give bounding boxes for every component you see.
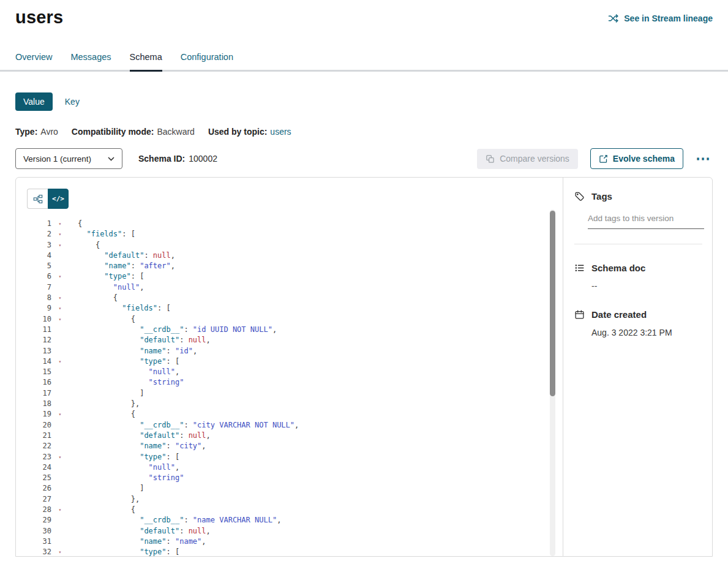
fold-spacer — [56, 494, 64, 505]
fold-collapse-icon[interactable]: ▾ — [56, 293, 64, 303]
code-view-button[interactable]: </> — [48, 189, 69, 209]
code-line: 14▾ "type": [ — [27, 356, 544, 367]
schema-info-sidebar: Tags Schema doc -- — [563, 178, 712, 556]
fold-collapse-icon[interactable]: ▾ — [56, 409, 64, 420]
fold-collapse-icon[interactable]: ▾ — [56, 356, 64, 367]
meta-type: Type: Avro — [15, 127, 58, 137]
meta-compatibility-label: Compatibility mode: — [72, 127, 154, 137]
code-text: "__crdb__": "name VARCHAR NULL", — [64, 515, 281, 525]
code-line: 20 "__crdb__": "city VARCHAR NOT NULL", — [27, 420, 544, 431]
meta-type-label: Type: — [15, 127, 37, 137]
fold-collapse-icon[interactable]: ▾ — [56, 547, 64, 557]
code-text: "default": null, — [64, 431, 211, 441]
sidebar-divider — [574, 244, 702, 244]
fold-collapse-icon[interactable]: ▾ — [56, 229, 64, 239]
topic-link[interactable]: users — [270, 127, 291, 137]
tags-title: Tags — [591, 191, 612, 201]
line-number: 16 — [27, 377, 51, 388]
code-text: "null", — [64, 367, 179, 377]
line-number: 23 — [27, 452, 51, 462]
code-text: }, — [64, 399, 140, 409]
code-line: 10▾ { — [27, 314, 544, 325]
fold-spacer — [56, 346, 64, 356]
code-line: 7 "null", — [27, 282, 544, 293]
code-line: 24 "null", — [27, 462, 544, 473]
line-number: 15 — [27, 367, 51, 377]
fold-spacer — [56, 335, 64, 345]
date-created-section: Date created Aug. 3 2022 3:21 PM — [574, 309, 702, 337]
page-title: users — [15, 7, 63, 28]
code-text: ] — [64, 483, 144, 494]
fold-spacer — [56, 431, 64, 441]
value-tab-button[interactable]: Value — [15, 92, 53, 111]
compare-versions-icon — [486, 154, 495, 164]
code-text: "string" — [64, 377, 184, 388]
code-line: 25 "string" — [27, 473, 544, 483]
tab-configuration[interactable]: Configuration — [181, 52, 233, 70]
fold-spacer — [56, 537, 64, 547]
fold-collapse-icon[interactable]: ▾ — [56, 219, 64, 229]
fold-spacer — [56, 441, 64, 451]
line-number: 4 — [27, 250, 51, 261]
line-number: 21 — [27, 431, 51, 441]
code-text: "name": "id", — [64, 346, 197, 356]
code-text: { — [64, 293, 118, 303]
fold-collapse-icon[interactable]: ▾ — [56, 271, 64, 282]
code-text: "type": [ — [64, 356, 179, 367]
more-options-button[interactable]: ⋯ — [693, 154, 713, 163]
line-number: 29 — [27, 515, 51, 525]
line-number: 25 — [27, 473, 51, 483]
meta-type-value: Avro — [40, 127, 58, 137]
code-text: { — [64, 409, 135, 420]
tree-view-button[interactable] — [27, 189, 48, 209]
compare-versions-label: Compare versions — [500, 154, 569, 164]
code-line: 6▾ "type": [ — [27, 271, 544, 282]
version-select[interactable]: Version 1 (current) — [15, 148, 122, 169]
code-line: 18 }, — [27, 399, 544, 409]
line-number: 32 — [27, 547, 51, 557]
calendar-icon — [574, 309, 585, 320]
line-number: 7 — [27, 282, 51, 293]
vertical-scrollbar-thumb[interactable] — [550, 211, 555, 396]
fold-spacer — [56, 399, 64, 409]
evolve-schema-button[interactable]: Evolve schema — [590, 148, 683, 169]
tab-overview[interactable]: Overview — [15, 52, 52, 70]
key-tab-button[interactable]: Key — [60, 92, 84, 111]
schema-part-toggle: Value Key — [15, 92, 713, 111]
add-tags-input[interactable] — [588, 210, 704, 229]
stream-lineage-link[interactable]: See in Stream lineage — [608, 13, 713, 24]
code-text: { — [64, 314, 135, 325]
fold-collapse-icon[interactable]: ▾ — [56, 452, 64, 462]
line-number: 31 — [27, 537, 51, 547]
compare-versions-button[interactable]: Compare versions — [477, 149, 578, 169]
tree-view-icon — [33, 194, 43, 204]
code-line: 19▾ { — [27, 409, 544, 420]
line-number: 26 — [27, 483, 51, 494]
tab-messages[interactable]: Messages — [70, 52, 111, 70]
code-line: 11 "__crdb__": "id UUID NOT NULL", — [27, 325, 544, 335]
code-text: "default": null, — [64, 335, 211, 345]
code-line: 31 "name": "name", — [27, 537, 544, 547]
code-view-toggle: </> — [27, 189, 544, 209]
fold-spacer — [56, 388, 64, 399]
schema-doc-section-title: Schema doc — [574, 263, 702, 273]
code-line: 30 "default": null, — [27, 526, 544, 537]
tab-schema[interactable]: Schema — [130, 52, 162, 70]
line-number: 20 — [27, 420, 51, 431]
fold-spacer — [56, 462, 64, 473]
schema-meta-row: Type: Avro Compatibility mode: Backward … — [15, 127, 713, 137]
date-created-title: Date created — [591, 309, 647, 320]
fold-collapse-icon[interactable]: ▾ — [56, 303, 64, 314]
code-text: { — [64, 505, 135, 515]
fold-collapse-icon[interactable]: ▾ — [56, 240, 64, 250]
code-text: }, — [64, 494, 140, 505]
fold-collapse-icon[interactable]: ▾ — [56, 314, 64, 325]
chevron-down-icon — [108, 157, 114, 161]
code-text: { — [64, 219, 82, 229]
schema-id: Schema ID: 100002 — [138, 154, 217, 164]
page-header: users See in Stream lineage — [0, 0, 728, 28]
fold-spacer — [56, 526, 64, 537]
fold-collapse-icon[interactable]: ▾ — [56, 505, 64, 515]
code-line: 1▾{ — [27, 219, 544, 229]
code-text: "name": "after", — [64, 261, 175, 271]
